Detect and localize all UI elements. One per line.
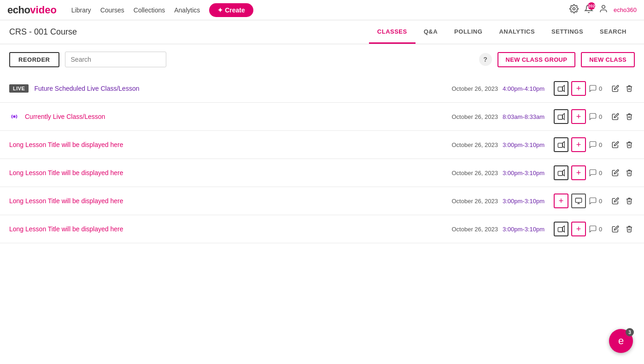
media-icon-button[interactable] bbox=[554, 137, 568, 152]
notifications-button[interactable]: 202 bbox=[584, 4, 593, 16]
class-meta: October 26, 2023 4:00pm-4:10pm bbox=[451, 85, 544, 92]
edit-button[interactable] bbox=[610, 83, 621, 94]
table-row: Long Lesson Title will be displayed here… bbox=[0, 215, 644, 243]
class-title-link[interactable]: Future Scheduled Live Class/Lesson bbox=[34, 85, 139, 92]
screen-icon-button[interactable] bbox=[571, 194, 586, 208]
nav-library[interactable]: Library bbox=[71, 6, 91, 14]
add-media-button[interactable]: + bbox=[571, 165, 586, 180]
media-icon-button[interactable] bbox=[554, 81, 568, 96]
comment-number: 0 bbox=[599, 141, 602, 148]
delete-button[interactable] bbox=[624, 167, 635, 178]
nav-analytics[interactable]: Analytics bbox=[174, 6, 200, 14]
new-class-button[interactable]: NEW CLASS bbox=[581, 52, 635, 67]
add-media-button[interactable]: + bbox=[571, 222, 586, 236]
svg-point-0 bbox=[573, 8, 575, 10]
pencil-icon bbox=[612, 113, 619, 120]
comment-count: 0 bbox=[589, 84, 607, 93]
tab-navigation: CLASSES Q&A POLLING ANALYTICS SETTINGS S… bbox=[369, 20, 635, 44]
delete-button[interactable] bbox=[624, 139, 635, 150]
add-media-button[interactable]: + bbox=[571, 137, 586, 152]
tab-search[interactable]: SEARCH bbox=[591, 20, 635, 44]
comment-number: 0 bbox=[599, 85, 602, 92]
monitor-icon bbox=[575, 197, 582, 205]
media-icon-button[interactable] bbox=[554, 165, 568, 180]
settings-button[interactable] bbox=[569, 4, 579, 16]
class-title-link[interactable]: Long Lesson Title will be displayed here bbox=[9, 197, 123, 205]
class-actions: + 0 bbox=[554, 165, 635, 180]
class-date: October 26, 2023 bbox=[451, 226, 498, 233]
delete-button[interactable] bbox=[624, 111, 635, 122]
add-media-button[interactable]: + bbox=[554, 194, 568, 208]
add-media-button[interactable]: + bbox=[571, 81, 586, 96]
class-title-link[interactable]: Long Lesson Title will be displayed here bbox=[9, 141, 123, 148]
tab-settings[interactable]: SETTINGS bbox=[543, 20, 591, 44]
help-button[interactable]: ? bbox=[479, 53, 492, 66]
delete-button[interactable] bbox=[624, 223, 635, 235]
pencil-icon bbox=[612, 85, 619, 92]
pencil-icon bbox=[612, 197, 619, 205]
add-media-button[interactable]: + bbox=[571, 109, 586, 124]
user-button[interactable] bbox=[599, 4, 608, 16]
class-meta: October 26, 2023 3:00pm-3:10pm bbox=[451, 226, 544, 233]
edit-button[interactable] bbox=[610, 167, 621, 178]
delete-button[interactable] bbox=[624, 195, 635, 206]
logo-echo: echo bbox=[7, 4, 30, 16]
class-meta: October 26, 2023 3:00pm-3:10pm bbox=[451, 141, 544, 148]
nav-collections[interactable]: Collections bbox=[134, 6, 165, 14]
class-title-link[interactable]: Long Lesson Title will be displayed here bbox=[9, 225, 123, 233]
comment-icon bbox=[589, 141, 597, 149]
class-title-link[interactable]: Long Lesson Title will be displayed here bbox=[9, 169, 123, 176]
pencil-icon bbox=[612, 225, 619, 233]
tab-analytics[interactable]: ANALYTICS bbox=[491, 20, 543, 44]
tab-classes[interactable]: CLASSES bbox=[369, 20, 416, 44]
sub-header: CRS - 001 Course CLASSES Q&A POLLING ANA… bbox=[0, 20, 644, 44]
delete-button[interactable] bbox=[624, 83, 635, 94]
class-date: October 26, 2023 bbox=[451, 113, 498, 120]
comment-count: 0 bbox=[589, 112, 607, 121]
media-icon-button[interactable] bbox=[554, 222, 568, 236]
create-button[interactable]: ✦ Create bbox=[209, 3, 253, 17]
camera-icon bbox=[557, 169, 565, 176]
class-time: 4:00pm-4:10pm bbox=[503, 85, 544, 92]
comment-number: 0 bbox=[599, 198, 602, 205]
class-actions: + 0 bbox=[554, 194, 635, 208]
camera-icon bbox=[557, 141, 565, 148]
nav-courses[interactable]: Courses bbox=[100, 6, 124, 14]
class-date: October 26, 2023 bbox=[451, 170, 498, 176]
tab-qa[interactable]: Q&A bbox=[416, 20, 446, 44]
edit-button[interactable] bbox=[610, 139, 621, 150]
comment-number: 0 bbox=[599, 226, 602, 233]
class-time: 8:03am-8:33am bbox=[503, 113, 544, 120]
media-icon-button[interactable] bbox=[554, 109, 568, 124]
logo-video: video bbox=[30, 4, 56, 16]
table-row: Currently Live Class/Lesson October 26, … bbox=[0, 103, 644, 131]
edit-button[interactable] bbox=[610, 195, 621, 206]
live-badge: LIVE bbox=[9, 84, 29, 93]
trash-icon bbox=[626, 113, 633, 120]
class-title-link[interactable]: Currently Live Class/Lesson bbox=[25, 113, 105, 120]
classes-list: LIVE Future Scheduled Live Class/Lesson … bbox=[0, 75, 644, 243]
comment-icon bbox=[589, 197, 597, 205]
live-indicator bbox=[9, 112, 19, 122]
gear-icon bbox=[569, 4, 579, 13]
trash-icon bbox=[626, 85, 633, 92]
trash-icon bbox=[626, 225, 633, 233]
comment-icon bbox=[589, 112, 597, 121]
new-class-group-button[interactable]: NEW CLASS GROUP bbox=[498, 52, 576, 67]
nav-links: Library Courses Collections Analytics ✦ … bbox=[71, 3, 569, 17]
table-row: Long Lesson Title will be displayed here… bbox=[0, 187, 644, 215]
tab-polling[interactable]: POLLING bbox=[446, 20, 491, 44]
comment-icon bbox=[589, 225, 597, 233]
notification-badge: 202 bbox=[588, 2, 595, 10]
class-time: 3:00pm-3:10pm bbox=[503, 141, 544, 148]
trash-icon bbox=[626, 141, 633, 148]
search-input[interactable] bbox=[65, 52, 166, 67]
edit-button[interactable] bbox=[610, 111, 621, 122]
course-title: CRS - 001 Course bbox=[9, 27, 77, 37]
pencil-icon bbox=[612, 141, 619, 148]
table-row: Long Lesson Title will be displayed here… bbox=[0, 131, 644, 159]
comment-number: 0 bbox=[599, 113, 602, 120]
edit-button[interactable] bbox=[610, 223, 621, 235]
reorder-button[interactable]: REORDER bbox=[9, 52, 59, 67]
comment-icon bbox=[589, 84, 597, 93]
